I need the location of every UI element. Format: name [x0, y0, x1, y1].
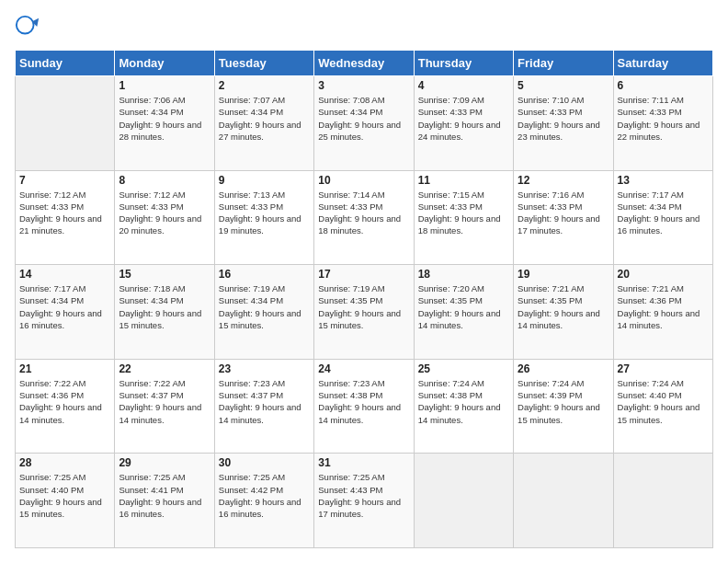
header-day-monday: Monday	[115, 51, 214, 76]
sunrise-text: Sunrise: 7:21 AM	[518, 283, 584, 293]
calendar-cell-1-2: 9Sunrise: 7:13 AMSunset: 4:33 PMDaylight…	[214, 170, 313, 265]
calendar-cell-4-2: 30Sunrise: 7:25 AMSunset: 4:42 PMDayligh…	[214, 454, 313, 548]
sunset-text: Sunset: 4:36 PM	[618, 295, 682, 305]
daylight-text: Daylight: 9 hours and 27 minutes.	[219, 120, 301, 142]
daylight-text: Daylight: 9 hours and 14 minutes.	[518, 308, 600, 330]
week-row-1: 7Sunrise: 7:12 AMSunset: 4:33 PMDaylight…	[16, 170, 713, 265]
calendar-cell-0-1: 1Sunrise: 7:06 AMSunset: 4:34 PMDaylight…	[115, 76, 214, 171]
week-row-4: 28Sunrise: 7:25 AMSunset: 4:40 PMDayligh…	[16, 454, 713, 548]
day-number-12: 12	[518, 174, 609, 187]
calendar-cell-2-1: 15Sunrise: 7:18 AMSunset: 4:34 PMDayligh…	[115, 265, 214, 360]
calendar-cell-1-3: 10Sunrise: 7:14 AMSunset: 4:33 PMDayligh…	[314, 170, 414, 265]
day-info-22: Sunrise: 7:22 AMSunset: 4:37 PMDaylight:…	[119, 377, 210, 426]
day-number-25: 25	[418, 362, 509, 375]
header-day-friday: Friday	[514, 51, 613, 76]
sunset-text: Sunset: 4:33 PM	[618, 107, 682, 117]
day-number-6: 6	[618, 79, 709, 92]
calendar-cell-0-4: 4Sunrise: 7:09 AMSunset: 4:33 PMDaylight…	[414, 76, 513, 171]
header-day-saturday: Saturday	[613, 51, 712, 76]
sunset-text: Sunset: 4:33 PM	[318, 201, 382, 212]
day-number-22: 22	[119, 362, 210, 375]
sunset-text: Sunset: 4:37 PM	[119, 390, 183, 400]
daylight-text: Daylight: 9 hours and 17 minutes.	[318, 497, 401, 519]
daylight-text: Daylight: 9 hours and 24 minutes.	[418, 120, 501, 142]
sunrise-text: Sunrise: 7:25 AM	[119, 472, 185, 482]
day-info-15: Sunrise: 7:18 AMSunset: 4:34 PMDaylight:…	[119, 282, 210, 331]
day-info-1: Sunrise: 7:06 AMSunset: 4:34 PMDaylight:…	[119, 94, 210, 143]
day-info-4: Sunrise: 7:09 AMSunset: 4:33 PMDaylight:…	[418, 94, 509, 143]
day-number-2: 2	[219, 79, 310, 92]
day-info-11: Sunrise: 7:15 AMSunset: 4:33 PMDaylight:…	[418, 189, 509, 237]
sunrise-text: Sunrise: 7:25 AM	[19, 472, 85, 482]
day-info-23: Sunrise: 7:23 AMSunset: 4:37 PMDaylight:…	[219, 377, 310, 426]
day-info-25: Sunrise: 7:24 AMSunset: 4:38 PMDaylight:…	[418, 377, 509, 426]
day-info-24: Sunrise: 7:23 AMSunset: 4:38 PMDaylight:…	[318, 377, 409, 426]
calendar-header: SundayMondayTuesdayWednesdayThursdayFrid…	[16, 51, 713, 76]
day-info-9: Sunrise: 7:13 AMSunset: 4:33 PMDaylight:…	[219, 189, 310, 237]
calendar-cell-4-6	[613, 454, 712, 548]
daylight-text: Daylight: 9 hours and 18 minutes.	[318, 213, 401, 236]
sunset-text: Sunset: 4:33 PM	[518, 201, 582, 212]
sunset-text: Sunset: 4:35 PM	[318, 295, 382, 305]
calendar-cell-0-3: 3Sunrise: 7:08 AMSunset: 4:34 PMDaylight…	[314, 76, 414, 171]
sunrise-text: Sunrise: 7:13 AM	[219, 190, 285, 200]
sunset-text: Sunset: 4:36 PM	[19, 390, 84, 400]
sunrise-text: Sunrise: 7:24 AM	[618, 378, 684, 388]
daylight-text: Daylight: 9 hours and 14 minutes.	[318, 402, 401, 424]
sunrise-text: Sunrise: 7:09 AM	[418, 95, 484, 105]
day-info-28: Sunrise: 7:25 AMSunset: 4:40 PMDaylight:…	[19, 471, 110, 520]
day-info-17: Sunrise: 7:19 AMSunset: 4:35 PMDaylight:…	[318, 282, 409, 331]
daylight-text: Daylight: 9 hours and 19 minutes.	[219, 213, 301, 236]
day-number-16: 16	[219, 268, 310, 281]
day-number-26: 26	[518, 362, 609, 375]
sunrise-text: Sunrise: 7:24 AM	[418, 378, 484, 388]
calendar-cell-1-5: 12Sunrise: 7:16 AMSunset: 4:33 PMDayligh…	[514, 170, 613, 265]
day-info-5: Sunrise: 7:10 AMSunset: 4:33 PMDaylight:…	[518, 94, 609, 143]
sunrise-text: Sunrise: 7:19 AM	[219, 283, 285, 293]
daylight-text: Daylight: 9 hours and 16 minutes.	[219, 497, 301, 519]
calendar-cell-3-5: 26Sunrise: 7:24 AMSunset: 4:39 PMDayligh…	[514, 359, 613, 454]
calendar-cell-2-0: 14Sunrise: 7:17 AMSunset: 4:34 PMDayligh…	[16, 265, 115, 360]
logo	[15, 15, 44, 40]
calendar-cell-3-3: 24Sunrise: 7:23 AMSunset: 4:38 PMDayligh…	[314, 359, 414, 454]
sunrise-text: Sunrise: 7:15 AM	[418, 190, 484, 200]
day-info-7: Sunrise: 7:12 AMSunset: 4:33 PMDaylight:…	[19, 189, 110, 237]
day-info-12: Sunrise: 7:16 AMSunset: 4:33 PMDaylight:…	[518, 189, 609, 237]
calendar-cell-1-1: 8Sunrise: 7:12 AMSunset: 4:33 PMDaylight…	[115, 170, 214, 265]
day-info-6: Sunrise: 7:11 AMSunset: 4:33 PMDaylight:…	[618, 94, 709, 143]
day-number-11: 11	[418, 174, 509, 187]
sunset-text: Sunset: 4:42 PM	[219, 485, 283, 495]
calendar-cell-3-1: 22Sunrise: 7:22 AMSunset: 4:37 PMDayligh…	[115, 359, 214, 454]
day-number-18: 18	[418, 268, 509, 281]
daylight-text: Daylight: 9 hours and 16 minutes.	[618, 213, 700, 236]
calendar-cell-3-6: 27Sunrise: 7:24 AMSunset: 4:40 PMDayligh…	[613, 359, 712, 454]
day-info-31: Sunrise: 7:25 AMSunset: 4:43 PMDaylight:…	[318, 471, 409, 520]
day-number-5: 5	[518, 79, 609, 92]
sunrise-text: Sunrise: 7:14 AM	[318, 190, 384, 200]
day-info-27: Sunrise: 7:24 AMSunset: 4:40 PMDaylight:…	[618, 377, 709, 426]
calendar-cell-4-0: 28Sunrise: 7:25 AMSunset: 4:40 PMDayligh…	[16, 454, 115, 548]
sunrise-text: Sunrise: 7:12 AM	[119, 190, 185, 200]
sunrise-text: Sunrise: 7:16 AM	[518, 190, 584, 200]
sunrise-text: Sunrise: 7:07 AM	[219, 95, 285, 105]
daylight-text: Daylight: 9 hours and 22 minutes.	[618, 120, 700, 142]
sunset-text: Sunset: 4:33 PM	[418, 107, 483, 117]
calendar-cell-1-0: 7Sunrise: 7:12 AMSunset: 4:33 PMDaylight…	[16, 170, 115, 265]
day-number-31: 31	[318, 456, 409, 469]
daylight-text: Daylight: 9 hours and 14 minutes.	[19, 402, 102, 424]
daylight-text: Daylight: 9 hours and 14 minutes.	[219, 402, 301, 424]
sunrise-text: Sunrise: 7:23 AM	[219, 378, 285, 388]
day-info-26: Sunrise: 7:24 AMSunset: 4:39 PMDaylight:…	[518, 377, 609, 426]
day-info-29: Sunrise: 7:25 AMSunset: 4:41 PMDaylight:…	[119, 471, 210, 520]
calendar-cell-0-5: 5Sunrise: 7:10 AMSunset: 4:33 PMDaylight…	[514, 76, 613, 171]
calendar-cell-2-4: 18Sunrise: 7:20 AMSunset: 4:35 PMDayligh…	[414, 265, 513, 360]
day-info-20: Sunrise: 7:21 AMSunset: 4:36 PMDaylight:…	[618, 282, 709, 331]
sunset-text: Sunset: 4:34 PM	[19, 295, 84, 305]
daylight-text: Daylight: 9 hours and 16 minutes.	[19, 308, 102, 330]
sunset-text: Sunset: 4:34 PM	[318, 107, 382, 117]
day-info-2: Sunrise: 7:07 AMSunset: 4:34 PMDaylight:…	[219, 94, 310, 143]
day-info-8: Sunrise: 7:12 AMSunset: 4:33 PMDaylight:…	[119, 189, 210, 237]
week-row-0: 1Sunrise: 7:06 AMSunset: 4:34 PMDaylight…	[16, 76, 713, 171]
day-number-27: 27	[618, 362, 709, 375]
sunrise-text: Sunrise: 7:08 AM	[318, 95, 384, 105]
